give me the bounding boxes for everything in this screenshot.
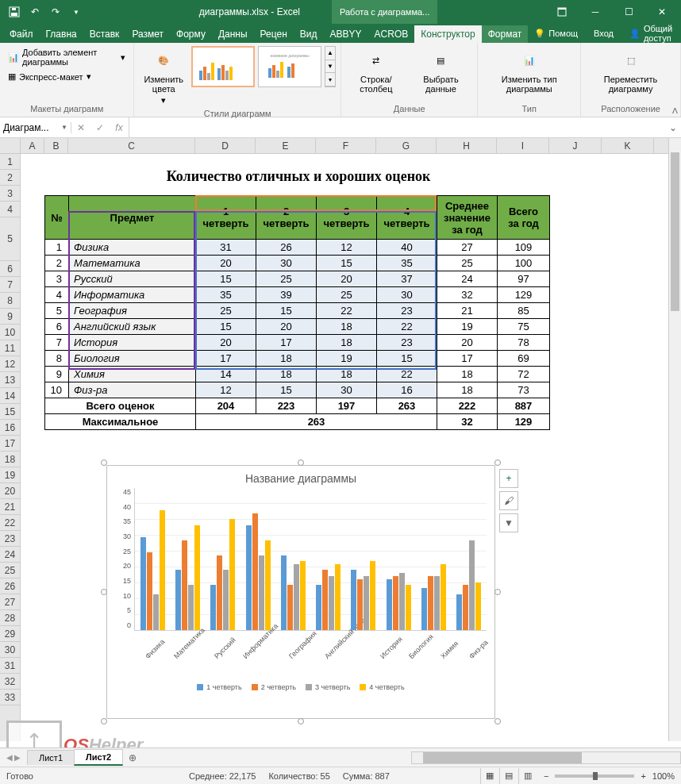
ribbon-display-options[interactable] — [546, 0, 578, 24]
bar-group[interactable] — [351, 561, 375, 630]
table-row[interactable]: 9Химия 14181822 1872 — [45, 367, 550, 382]
collapse-ribbon[interactable]: ᐱ — [672, 106, 678, 115]
tab-review[interactable]: Рецен — [254, 25, 294, 43]
sheet-tab-1[interactable]: Лист1 — [27, 750, 75, 765]
row-9[interactable]: 9 — [0, 309, 20, 325]
row-21[interactable]: 21 — [0, 499, 20, 515]
row-13[interactable]: 13 — [0, 372, 20, 388]
row-4[interactable]: 4 — [0, 202, 20, 217]
insert-function[interactable]: fx — [110, 117, 129, 138]
row-19[interactable]: 19 — [0, 467, 20, 483]
col-C[interactable]: C — [68, 138, 195, 153]
chart-plot-area[interactable]: 051015202530354045 — [107, 488, 494, 631]
col-H[interactable]: H — [437, 138, 497, 153]
tab-format[interactable]: Формат — [482, 25, 529, 43]
table-row[interactable]: 2Математика 20301535 25100 — [45, 256, 550, 271]
gallery-down[interactable]: ▼ — [325, 60, 335, 74]
row-18[interactable]: 18 — [0, 452, 20, 467]
row-26[interactable]: 26 — [0, 578, 20, 594]
col-E[interactable]: E — [256, 138, 316, 153]
col-A[interactable]: A — [21, 138, 44, 153]
row-10[interactable]: 10 — [0, 325, 20, 340]
row-5[interactable]: 5 — [0, 217, 20, 261]
bar-group[interactable] — [421, 564, 446, 630]
tell-me[interactable]: 💡 Помощ — [528, 29, 584, 39]
name-box-dropdown[interactable]: ▼ — [61, 124, 67, 131]
row-17[interactable]: 17 — [0, 436, 20, 452]
formula-input[interactable] — [129, 122, 665, 133]
row-24[interactable]: 24 — [0, 547, 20, 563]
table-row[interactable]: 4Информатика 35392530 32129 — [45, 287, 550, 303]
row-28[interactable]: 28 — [0, 610, 20, 626]
select-all-corner[interactable] — [0, 138, 21, 153]
gallery-up[interactable]: ▲ — [325, 47, 335, 60]
col-D[interactable]: D — [195, 138, 256, 153]
view-normal[interactable]: ▦ — [480, 768, 499, 784]
table-row[interactable]: 5География 25152223 2185 — [45, 303, 550, 319]
vertical-scrollbar[interactable] — [668, 138, 681, 741]
bar-group[interactable] — [140, 510, 165, 630]
save-button[interactable] — [5, 2, 24, 21]
row-15[interactable]: 15 — [0, 404, 20, 420]
row-8[interactable]: 8 — [0, 293, 20, 309]
row-31[interactable]: 31 — [0, 658, 20, 674]
horizontal-scrollbar[interactable] — [411, 751, 681, 764]
bar-group[interactable] — [281, 555, 306, 630]
table-row[interactable]: 10Физ-ра 12153016 1873 — [45, 382, 550, 398]
chart-elements-button[interactable]: + — [499, 469, 518, 488]
row-14[interactable]: 14 — [0, 388, 20, 404]
chart-style-1[interactable] — [191, 46, 255, 87]
add-sheet[interactable]: ⊕ — [122, 752, 143, 763]
sheet-nav-prev[interactable]: ◀ — [6, 753, 13, 762]
maximize-button[interactable]: ☐ — [613, 0, 644, 24]
row-29[interactable]: 29 — [0, 626, 20, 642]
change-chart-type[interactable]: 📊 Изменить тип диаграммы — [483, 46, 575, 95]
col-G[interactable]: G — [376, 138, 437, 153]
name-box[interactable]: Диаграм...▼ — [0, 122, 71, 133]
table-row[interactable]: 6Английский язык 15201822 1975 — [45, 319, 550, 335]
tab-file[interactable]: Файл — [3, 25, 40, 43]
minimize-button[interactable]: ─ — [579, 0, 611, 24]
tab-home[interactable]: Главна — [40, 25, 83, 43]
zoom-slider[interactable] — [555, 774, 634, 778]
undo-button[interactable]: ↶ — [25, 2, 44, 21]
chart-style-2[interactable]: название диаграммы — [258, 46, 321, 87]
add-chart-element[interactable]: 📊Добавить элемент диаграммы ▾ — [5, 46, 129, 68]
row-23[interactable]: 23 — [0, 531, 20, 547]
col-B[interactable]: B — [44, 138, 68, 153]
cancel-edit[interactable]: ✕ — [71, 117, 90, 138]
gallery-expand[interactable]: ▾ — [325, 73, 335, 86]
tab-view[interactable]: Вид — [294, 25, 324, 43]
tab-acrobat[interactable]: ACROB — [368, 25, 415, 43]
table-row[interactable]: 7История 20171823 2078 — [45, 335, 550, 351]
chart-title[interactable]: Название диаграммы — [107, 466, 494, 488]
embedded-chart[interactable]: Название диаграммы 051015202530354045 Фи… — [106, 465, 495, 719]
row-11[interactable]: 11 — [0, 340, 20, 356]
quick-layout[interactable]: ▦Экспресс-макет ▾ — [5, 70, 94, 83]
col-I[interactable]: I — [497, 138, 549, 153]
row-16[interactable]: 16 — [0, 420, 20, 436]
redo-button[interactable]: ↷ — [46, 2, 65, 21]
row-1[interactable]: 1 — [0, 154, 20, 170]
row-27[interactable]: 27 — [0, 594, 20, 610]
qat-customize[interactable]: ▼ — [67, 2, 86, 21]
move-chart[interactable]: ⬚ Переместить диаграмму — [586, 46, 675, 95]
row-2[interactable]: 2 — [0, 170, 20, 186]
col-K[interactable]: K — [602, 138, 654, 153]
zoom-out[interactable]: − — [544, 771, 548, 781]
bar-group[interactable] — [246, 513, 271, 630]
row-33[interactable]: 33 — [0, 690, 20, 705]
table-row[interactable]: 1Физика 31261240 27109 — [45, 240, 550, 256]
row-3[interactable]: 3 — [0, 186, 20, 202]
tab-layout[interactable]: Размет — [125, 25, 170, 43]
select-data[interactable]: ▤ Выбрать данные — [410, 46, 473, 95]
table-row[interactable]: 8Биология 17181915 1769 — [45, 351, 550, 367]
zoom-level[interactable]: 100% — [652, 771, 675, 781]
switch-row-column[interactable]: ⇄ Строка/столбец — [346, 46, 406, 95]
row-25[interactable]: 25 — [0, 563, 20, 578]
zoom-in[interactable]: + — [641, 771, 645, 781]
change-colors[interactable]: 🎨 Изменить цвета ▾ — [139, 46, 188, 107]
cells-area[interactable]: Количество отличных и хороших оценок № П… — [21, 154, 681, 741]
tab-constructor[interactable]: Конструктор — [414, 25, 481, 43]
row-12[interactable]: 12 — [0, 356, 20, 372]
